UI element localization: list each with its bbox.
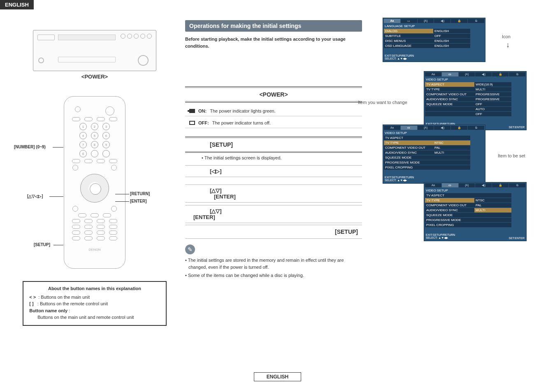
page-footer: ENGLISH <box>0 374 555 380</box>
osd-video-setup-3: Aa▭{A}◀))🔒⧉VIDEO SETUPTV ASPECTTV TYPENT… <box>424 182 527 241</box>
step-setup-end: [SETUP] <box>185 225 362 239</box>
middle-column: Operations for making the initial settin… <box>185 18 362 326</box>
about-name-only-txt: Buttons on the main unit and remote cont… <box>29 314 160 321</box>
off-text: The power indicator turns off. <box>212 120 271 125</box>
step-ud2: [△▽] <box>193 208 222 214</box>
power-on-row: ON: The power indicator lights green. <box>185 106 362 116</box>
section-title: Operations for making the initial settin… <box>185 20 362 32</box>
notes-list: The initial settings are stored in the m… <box>185 257 362 279</box>
osd-video-setup-2: Aa▭{A}◀))🔒⧉VIDEO SETUPTV ASPECTTV TYPENT… <box>383 125 485 184</box>
step-ud-enter2: [△▽] [ENTER] <box>185 205 362 223</box>
power-off-row: OFF: The power indicator turns off. <box>185 118 362 128</box>
footer-language: ENGLISH <box>254 372 301 381</box>
device-illustration <box>33 30 156 71</box>
about-sym-bracket: [ ] <box>29 301 33 306</box>
setup-note: • The initial settings screen is display… <box>185 155 362 160</box>
callout-setup: [SETUP] <box>34 242 50 247</box>
remote-brand: DENON <box>64 248 125 251</box>
on-label: ON: <box>198 108 207 113</box>
label-icon: Icon <box>502 34 511 39</box>
label-item-set: Item to be set <box>498 153 525 158</box>
on-text: The power indicator lights green. <box>210 108 276 113</box>
step-power: <POWER> <box>185 88 362 101</box>
note-icon: ✎ <box>185 244 195 254</box>
step-ud-enter1: [△▽] [ENTER] <box>185 184 362 203</box>
step-lr: [◁▷] <box>185 165 362 177</box>
power-label: <POWER> <box>16 74 173 80</box>
left-column: <POWER> 123 456 789 0 <box>16 18 173 326</box>
about-txt-bracket: : Buttons on the remote control unit <box>37 301 108 306</box>
callout-return: [RETURN] <box>130 191 150 196</box>
callout-enter: [ENTER] <box>130 199 147 203</box>
note-1: The initial settings are stored in the m… <box>185 257 362 270</box>
callout-arrows: [△▽◁▷] <box>27 194 43 198</box>
about-name-only: Button name only <box>29 308 67 313</box>
lead-text: Before starting playback, make the initi… <box>185 36 362 49</box>
off-label: OFF: <box>198 120 209 125</box>
about-txt-angle: : Buttons on the main unit <box>38 295 90 300</box>
callout-number: [NUMBER] (0~9) <box>14 145 46 149</box>
step-ud1: [△▽] <box>210 187 222 194</box>
osd-language-setup: Aa▭{A}◀))🔒⧉LANGUAGE SETUPDIALOGENGLISHSU… <box>383 18 485 62</box>
step-enter2: [ENTER] <box>193 214 215 220</box>
about-title: About the button names in this explanati… <box>29 285 160 292</box>
about-box: About the button names in this explanati… <box>23 281 167 326</box>
plug-on-icon <box>189 109 195 113</box>
step-setup: [SETUP] <box>185 138 362 152</box>
note-2: Some of the items can be changed while a… <box>185 272 362 279</box>
right-column: Icon ↓ Item you want to change Item to b… <box>374 18 539 326</box>
step-enter1: [ENTER] <box>210 194 236 200</box>
osd-video-setup-1: Aa▭{A}◀))🔒⧉VIDEO SETUPTV ASPECTWIDE(16:9… <box>424 71 527 130</box>
about-sym-angle: < > <box>29 295 36 300</box>
arrow-down-icon: ↓ <box>506 41 510 49</box>
header-language-tab: ENGLISH <box>0 0 34 9</box>
plug-off-icon <box>189 121 195 125</box>
remote-illustration: 123 456 789 0 DENON <box>64 96 125 269</box>
label-item-change: Item you want to change <box>358 100 407 105</box>
